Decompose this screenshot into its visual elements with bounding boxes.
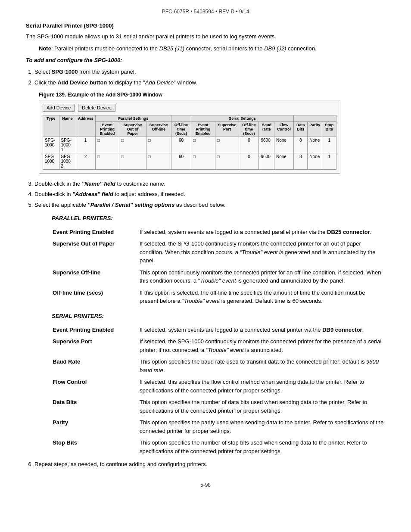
col-baud-rate: Baud Rate — [259, 121, 274, 137]
parallel-item-2: Supervise Out of Paper If selected, the … — [53, 238, 384, 266]
parallel-section: PARALLEL PRINTERS: Event Printing Enable… — [52, 215, 385, 458]
numbered-list: Select SPG-1000 from the system panel. C… — [34, 68, 385, 87]
parallel-description-table: Event Printing Enabled If selected, syst… — [52, 226, 385, 308]
col-offline-secs-p: Off-line time (Secs) — [171, 121, 191, 137]
add-device-button[interactable]: Add Device — [43, 104, 75, 112]
serial-section-title: SERIAL PRINTERS: — [52, 313, 385, 319]
col-type: Type — [43, 115, 59, 137]
parallel-section-title: PARALLEL PRINTERS: — [52, 215, 385, 221]
page-footer: 5-98 — [26, 482, 385, 488]
page-header: PFC-6075R • 5403594 • REV D • 9/14 — [26, 9, 385, 15]
numbered-list-2: Double-click in the "Name" field to cust… — [34, 180, 385, 210]
serial-item-1: Event Printing Enabled If selected, syst… — [53, 324, 384, 336]
col-event-print-p: Event Printing Enabled — [95, 121, 119, 137]
section-title: Serial Parallel Printer (SPG-1000) — [26, 22, 385, 29]
col-address: Address — [76, 115, 95, 137]
col-parity: Parity — [308, 121, 322, 137]
col-supervise-paper: Supervise Out of Paper — [119, 121, 146, 137]
serial-settings-header: Serial Settings — [191, 115, 293, 121]
parallel-item-3: Supervise Off-line This option continuou… — [53, 267, 384, 286]
table-row: SPG-1000 SPG-1000 1 1 □ □ □ 60 □ □ 0 960… — [43, 137, 336, 153]
col-flow-control: Flow Control — [274, 121, 294, 137]
serial-description-table: Event Printing Enabled If selected, syst… — [52, 324, 385, 458]
serial-item-6: Parity This option specifies the parity … — [53, 417, 384, 436]
table-row: SPG-1000 SPG-1000 2 2 □ □ □ 60 □ □ 0 960… — [43, 153, 336, 169]
col-supervise-offline: Supervise Off-line — [146, 121, 171, 137]
numbered-list-3: Repeat steps, as needed, to continue add… — [34, 460, 385, 469]
figure-container: Add Device Delete Device Type Name Addre… — [39, 100, 340, 174]
parallel-item-1: Event Printing Enabled If selected, syst… — [53, 227, 384, 238]
step-5: Select the applicable "Parallel / Serial… — [34, 201, 385, 210]
col-offline-secs-s: Off-line time (Secs) — [239, 121, 259, 137]
serial-item-2: Supervise Port If selected, the SPG-1000… — [53, 336, 384, 355]
col-supervise-port: Supervise Port — [215, 121, 239, 137]
serial-item-3: Baud Rate This option specifies the baud… — [53, 356, 384, 376]
col-stop-bits: Stop Bits — [322, 121, 336, 137]
step-4: Double-click in "Address" field to adjus… — [34, 190, 385, 199]
step-2: Click the Add Device button to display t… — [34, 78, 385, 87]
col-data-bits: Data Bits — [294, 121, 308, 137]
settings-table: Type Name Address Parallel Settings Seri… — [43, 115, 336, 170]
serial-item-4: Flow Control If selected, this specifies… — [53, 376, 384, 396]
parallel-item-4: Off-line time (secs) If this option is s… — [53, 287, 384, 307]
col-name: Name — [59, 115, 76, 137]
parallel-settings-header: Parallel Settings — [95, 115, 171, 121]
note-text: Note: Parallel printers must be connecte… — [39, 44, 385, 53]
config-title: To add and configure the SPG-1000: — [26, 57, 385, 63]
figure-buttons: Add Device Delete Device — [43, 104, 336, 112]
step-1: Select SPG-1000 from the system panel. — [34, 68, 385, 77]
intro-text: The SPG-1000 module allows up to 31 seri… — [26, 32, 385, 41]
step-6: Repeat steps, as needed, to continue add… — [34, 460, 385, 469]
col-offline-time-p — [171, 115, 191, 121]
figure-caption: Figure 139. Example of the Add SPG-1000 … — [39, 92, 385, 98]
header-title: PFC-6075R • 5403594 • REV D • 9/14 — [162, 9, 249, 15]
col-event-print-s: Event Printing Enabled — [191, 121, 215, 137]
serial-item-5: Data Bits This option specifies the numb… — [53, 397, 384, 416]
delete-device-button[interactable]: Delete Device — [78, 104, 115, 112]
col-extra — [294, 115, 336, 121]
serial-item-7: Stop Bits This option specifies the numb… — [53, 437, 384, 457]
step-3: Double-click in the "Name" field to cust… — [34, 180, 385, 189]
